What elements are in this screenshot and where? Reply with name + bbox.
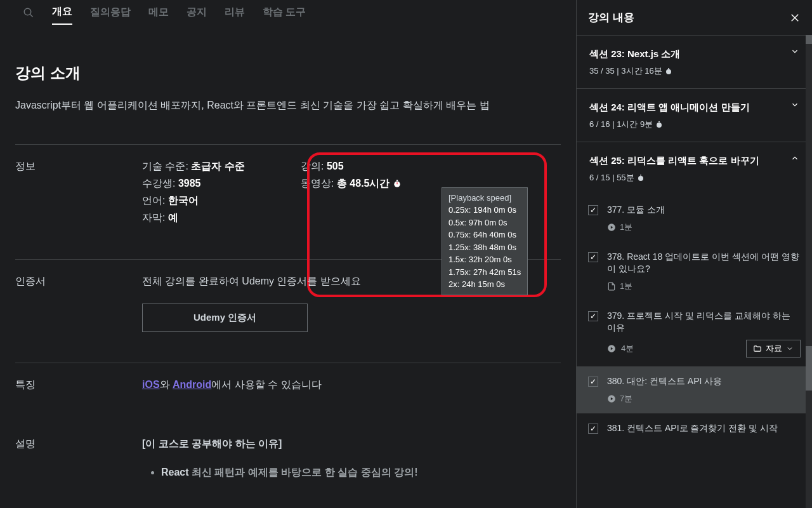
svg-rect-9 — [658, 121, 660, 123]
section-25[interactable]: 섹션 25: 리덕스를 리액트 훅으로 바꾸기 6 / 15 | 55분 — [577, 142, 812, 195]
lecture-379[interactable]: 379. 프로젝트 시작 및 리덕스를 교체해야 하는 이유 4분 자료 — [577, 301, 812, 366]
lecture-duration: 7분 — [620, 393, 632, 404]
description-label: 설명 — [15, 438, 142, 485]
svg-rect-7 — [668, 68, 669, 69]
tab-bar: 개요 질의응답 메모 공지 리뷰 학습 도구 — [15, 0, 561, 25]
sidebar-body[interactable]: 섹션 23: Next.js 소개 35 / 35 | 3시간 16분 섹션 2… — [577, 35, 812, 508]
play-icon — [607, 344, 616, 353]
lecture-380[interactable]: 380. 대안: 컨텍스트 API 사용 7분 — [577, 366, 812, 413]
lecture-381[interactable]: 381. 컨텍스트 API로 즐겨찾기 전환 및 시작 — [577, 413, 812, 444]
sidebar-title: 강의 내용 — [588, 10, 634, 25]
lecture-378[interactable]: 378. React 18 업데이트로 이번 섹션에 어떤 영향이 있나요? 1… — [577, 242, 812, 301]
lecture-377[interactable]: 377. 모듈 소개 1분 — [577, 195, 812, 242]
cert-button[interactable]: Udemy 인증서 — [142, 304, 308, 332]
section-title: 섹션 24: 리액트 앱 애니메이션 만들기 — [589, 100, 750, 114]
lecture-title: 379. 프로젝트 시작 및 리덕스를 교체해야 하는 이유 — [607, 310, 801, 335]
course-intro-title: 강의 소개 — [15, 63, 561, 83]
android-link[interactable]: Android — [173, 379, 211, 390]
description-heading: [이 코스로 공부해야 하는 이유] — [142, 438, 561, 451]
course-intro: 강의 소개 Javascript부터 웹 어플리케이션 배포까지, React와… — [15, 63, 561, 114]
tab-announce[interactable]: 공지 — [187, 1, 207, 24]
playback-row: 1.25x: 38h 48m 0s — [449, 241, 521, 254]
lecture-checkbox[interactable] — [588, 424, 598, 434]
lectures-count: 강의: 505 — [301, 160, 434, 173]
description-list: React 최신 패턴과 예제를 바탕으로 한 실습 중심의 강의! — [142, 466, 561, 479]
playback-row: 2x: 24h 15m 0s — [449, 278, 521, 291]
lecture-checkbox[interactable] — [588, 252, 598, 262]
playback-row: 0.5x: 97h 0m 0s — [449, 217, 521, 229]
svg-point-2 — [394, 182, 400, 187]
playback-row: 1.75x: 27h 42m 51s — [449, 266, 521, 279]
stopwatch-icon — [655, 121, 663, 128]
svg-line-1 — [30, 14, 33, 17]
svg-point-0 — [24, 8, 31, 15]
lecture-title: 378. React 18 업데이트로 이번 섹션에 어떤 영향이 있나요? — [607, 251, 801, 276]
section-meta: 35 / 35 | 3시간 16분 — [589, 65, 799, 77]
ios-link[interactable]: iOS — [142, 379, 160, 390]
close-icon[interactable] — [789, 12, 801, 23]
svg-rect-11 — [640, 175, 641, 176]
lecture-duration: 4분 — [621, 343, 634, 354]
skill-level: 기술 수준: 초급자 수준 — [142, 160, 275, 173]
svg-point-10 — [638, 176, 643, 181]
lecture-duration: 1분 — [620, 281, 632, 292]
play-icon — [607, 394, 616, 403]
video-total: 동영상: 총 48.5시간 — [301, 177, 434, 190]
stopwatch-icon[interactable] — [393, 179, 402, 188]
info-section: 정보 기술 수준: 초급자 수준 수강생: 3985 언어: 한국어 자막: 예… — [15, 144, 561, 229]
scrollbar-thumb[interactable] — [806, 346, 812, 391]
section-24[interactable]: 섹션 24: 리액트 앱 애니메이션 만들기 6 / 16 | 1시간 9분 — [577, 88, 812, 142]
section-23[interactable]: 섹션 23: Next.js 소개 35 / 35 | 3시간 16분 — [577, 35, 812, 88]
folder-icon — [753, 344, 762, 353]
students: 수강생: 3985 — [142, 177, 275, 190]
description-bullet: React 최신 패턴과 예제를 바탕으로 한 실습 중심의 강의! — [161, 466, 561, 479]
tab-tools[interactable]: 학습 도구 — [263, 1, 306, 24]
playback-title: [Playback speed] — [449, 192, 521, 204]
lecture-checkbox[interactable] — [588, 377, 598, 387]
svg-point-8 — [657, 123, 662, 128]
document-icon — [607, 282, 616, 291]
lecture-title: 380. 대안: 컨텍스트 API 사용 — [607, 375, 801, 388]
lecture-duration: 1분 — [620, 222, 632, 233]
stopwatch-icon — [665, 67, 672, 75]
language: 언어: 한국어 — [142, 194, 275, 208]
stopwatch-icon — [637, 174, 645, 182]
captions: 자막: 예 — [142, 211, 275, 225]
course-sidebar: 강의 내용 섹션 23: Next.js 소개 35 / 35 | 3시간 16… — [576, 0, 812, 508]
tab-reviews[interactable]: 리뷰 — [225, 1, 245, 24]
lecture-list: 377. 모듈 소개 1분 378. React 18 업데이트로 이번 섹션에… — [577, 195, 812, 443]
svg-point-6 — [666, 69, 671, 74]
info-body: 기술 수준: 초급자 수준 수강생: 3985 언어: 한국어 자막: 예 강의… — [142, 160, 561, 229]
description-section: 설명 [이 코스로 공부해야 하는 이유] React 최신 패턴과 예제를 바… — [15, 422, 561, 485]
section-meta: 6 / 15 | 55분 — [589, 172, 799, 184]
lecture-checkbox[interactable] — [588, 311, 598, 321]
playback-row: 0.75x: 64h 40m 0s — [449, 229, 521, 241]
lecture-title: 381. 컨텍스트 API로 즐겨찾기 전환 및 시작 — [607, 422, 801, 435]
features-section: 특징 iOS와 Android에서 사용할 수 있습니다 — [15, 363, 561, 392]
chevron-down-icon — [786, 345, 794, 352]
cert-label: 인증서 — [15, 275, 142, 332]
section-title: 섹션 25: 리덕스를 리액트 훅으로 바꾸기 — [589, 154, 759, 167]
resources-button[interactable]: 자료 — [746, 340, 801, 358]
tab-notes[interactable]: 메모 — [148, 1, 169, 24]
features-label: 특징 — [15, 378, 142, 392]
lecture-checkbox[interactable] — [588, 205, 598, 215]
lecture-title: 377. 모듈 소개 — [607, 204, 801, 217]
chevron-up-icon — [790, 154, 799, 163]
chevron-down-icon — [790, 100, 799, 109]
sidebar-header: 강의 내용 — [577, 0, 812, 35]
svg-rect-3 — [396, 180, 398, 182]
playback-row: 1.5x: 32h 20m 0s — [449, 253, 521, 266]
search-icon[interactable] — [23, 7, 34, 18]
features-text: iOS와 Android에서 사용할 수 있습니다 — [142, 378, 561, 392]
tab-qna[interactable]: 질의응답 — [90, 1, 131, 24]
main-content: 개요 질의응답 메모 공지 리뷰 학습 도구 강의 소개 Javascript부… — [0, 0, 576, 508]
info-label: 정보 — [15, 160, 142, 229]
section-meta: 6 / 16 | 1시간 9분 — [589, 119, 799, 130]
playback-speed-tooltip: [Playback speed] 0.25x: 194h 0m 0s 0.5x:… — [442, 187, 528, 295]
section-title: 섹션 23: Next.js 소개 — [589, 47, 680, 60]
playback-row: 0.25x: 194h 0m 0s — [449, 204, 521, 217]
scrollbar[interactable] — [806, 35, 812, 508]
tab-overview[interactable]: 개요 — [52, 0, 72, 25]
scrollbar-thumb[interactable] — [806, 35, 812, 44]
